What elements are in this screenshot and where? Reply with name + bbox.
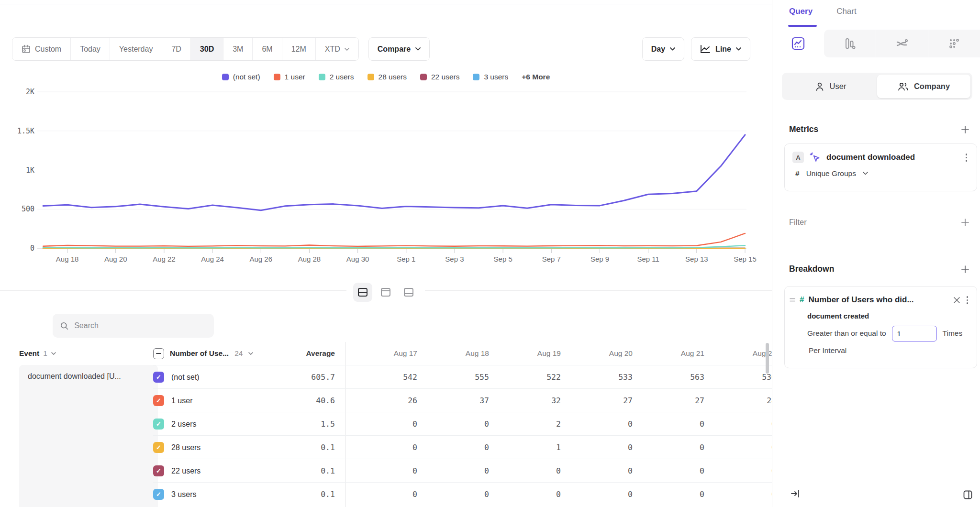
range-label: Yesterday: [119, 45, 153, 54]
condition-value-input[interactable]: [892, 326, 937, 342]
range-button-6m[interactable]: 6M: [253, 38, 282, 60]
row-value-cell: 27: [633, 389, 704, 412]
chart-type-line-button[interactable]: [772, 30, 824, 57]
svg-text:1.5K: 1.5K: [17, 127, 34, 135]
table-rows: ✓(not set)605.7542555522533563530✓1 user…: [153, 365, 772, 506]
row-checkbox[interactable]: ✓: [153, 419, 164, 430]
range-label: Today: [80, 45, 100, 54]
compare-button[interactable]: Compare: [368, 37, 430, 61]
layout-split-button[interactable]: [353, 283, 372, 302]
bottom-bar-view-icon: [403, 287, 414, 298]
chart-toolbar: CustomTodayYesterday7D30D3M6M12MXTD Comp…: [12, 37, 750, 61]
event-column-header[interactable]: Event 1: [19, 342, 56, 365]
row-value-cell: 0: [633, 459, 704, 483]
tab-query[interactable]: Query: [789, 7, 813, 16]
range-button-xtd[interactable]: XTD: [316, 38, 358, 60]
group-header-label: Number of Use...: [170, 349, 229, 358]
row-checkbox[interactable]: ✓: [153, 465, 164, 476]
row-value-cell: 0: [704, 483, 776, 506]
row-values: 000000: [345, 459, 776, 483]
layout-chart-only-button[interactable]: [376, 283, 395, 302]
date-column-header: Aug 17: [345, 342, 417, 365]
range-button-7d[interactable]: 7D: [162, 38, 190, 60]
table-scrollbar[interactable]: [766, 343, 769, 374]
chart-type-bar-button[interactable]: [824, 30, 876, 57]
row-checkbox[interactable]: ✓: [153, 372, 164, 383]
user-icon: [815, 82, 824, 91]
close-icon[interactable]: [953, 297, 960, 304]
tab-chart[interactable]: Chart: [836, 7, 857, 16]
breakdown-kebab-menu[interactable]: [965, 294, 970, 306]
range-button-yesterday[interactable]: Yesterday: [110, 38, 163, 60]
row-label: 22 users: [171, 459, 200, 483]
add-breakdown-icon[interactable]: [961, 265, 969, 274]
table-row: ✓1 user40.6263732272728: [153, 388, 772, 412]
chevron-down-icon: [670, 47, 675, 51]
metric-event-name[interactable]: document downloaded: [826, 153, 958, 162]
breakdown-title[interactable]: Number of Users who did...: [808, 295, 948, 305]
metric-measure-row[interactable]: # Unique Groups: [795, 169, 977, 178]
drag-handle-icon[interactable]: [790, 297, 795, 303]
row-value-cell: 0: [489, 483, 561, 506]
group-count: 24: [234, 349, 243, 358]
row-label: (not set): [171, 365, 200, 389]
range-button-30d[interactable]: 30D: [191, 38, 223, 60]
svg-text:2K: 2K: [26, 88, 34, 96]
row-checkbox[interactable]: ✓: [153, 442, 164, 453]
chevron-down-icon: [736, 47, 741, 51]
row-values: 263732272728: [345, 389, 776, 412]
scope-user-button[interactable]: User: [784, 75, 877, 98]
chart-type-button[interactable]: Line: [691, 37, 750, 61]
range-button-12m[interactable]: 12M: [282, 38, 316, 60]
event-cell[interactable]: document downloaded [U...: [19, 365, 158, 507]
filter-section-header: Filter: [789, 218, 969, 227]
row-value-cell: 0: [417, 483, 489, 506]
sidebar-layout-icon: [963, 490, 972, 499]
svg-text:Aug 30: Aug 30: [346, 255, 369, 263]
row-value-cell: 32: [489, 389, 561, 412]
chart-type-flow-button[interactable]: [876, 30, 928, 57]
layout-table-only-button[interactable]: [399, 283, 418, 302]
row-values: 542555522533563530: [345, 365, 776, 389]
chart-type-scatter-button[interactable]: [928, 30, 980, 57]
row-value-cell: 542: [345, 365, 417, 389]
breakdown-section-header: Breakdown: [789, 264, 969, 274]
range-button-custom[interactable]: Custom: [12, 38, 71, 60]
filter-header-label: Filter: [789, 218, 807, 227]
flow-chart-icon: [895, 36, 909, 51]
row-checkbox[interactable]: ✓: [153, 395, 164, 406]
search-input[interactable]: [74, 321, 206, 330]
row-value-cell: 0: [345, 483, 417, 506]
search-icon: [60, 321, 68, 331]
row-checkbox[interactable]: ✓: [153, 489, 164, 500]
granularity-button[interactable]: Day: [642, 37, 684, 61]
date-column-header: Aug 19: [489, 342, 561, 365]
svg-text:Aug 24: Aug 24: [201, 255, 224, 263]
table-row: ✓3 users0.1000000: [153, 482, 772, 506]
split-view-icon: [357, 287, 368, 298]
table-row: ✓28 users0.1001000: [153, 435, 772, 459]
add-metric-icon[interactable]: [961, 125, 969, 134]
add-filter-icon[interactable]: [961, 218, 969, 227]
row-value-cell: 0: [417, 459, 489, 483]
row-value-cell: 37: [417, 389, 489, 412]
scope-company-button[interactable]: Company: [877, 75, 970, 98]
collapse-panel-button[interactable]: [791, 489, 800, 500]
panel-layout-button[interactable]: [963, 490, 972, 501]
date-column-header: Aug 18: [417, 342, 489, 365]
table-header: Event 1 Number of Use... 24 Average Aug …: [0, 342, 772, 365]
row-value-cell: 0: [633, 483, 704, 506]
range-label: 12M: [291, 45, 306, 54]
scatter-chart-icon: [947, 36, 961, 51]
svg-text:Aug 26: Aug 26: [250, 255, 273, 263]
range-button-today[interactable]: Today: [71, 38, 110, 60]
row-values: 001000: [345, 436, 776, 459]
chevron-down-icon[interactable]: [248, 352, 253, 355]
range-button-3m[interactable]: 3M: [223, 38, 253, 60]
select-all-checkbox[interactable]: [153, 348, 164, 359]
metric-badge: A: [792, 152, 804, 163]
date-range-selector: CustomTodayYesterday7D30D3M6M12MXTD: [12, 37, 359, 61]
row-label: 1 user: [171, 389, 192, 412]
row-average: 0.1: [258, 483, 335, 506]
metric-kebab-menu[interactable]: [964, 152, 969, 164]
